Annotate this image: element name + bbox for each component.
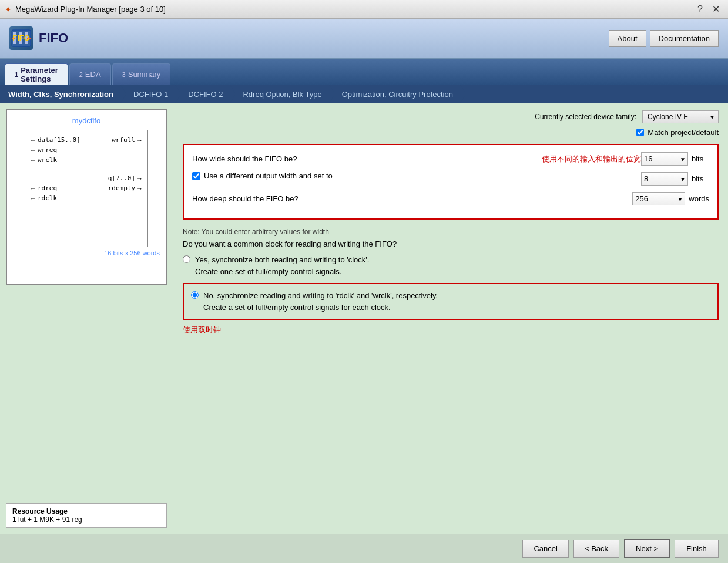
- documentation-button[interactable]: Documentation: [650, 30, 719, 47]
- signal-data: data[15..0]: [38, 136, 80, 144]
- help-button[interactable]: ?: [694, 3, 706, 16]
- right-panel: Currently selected device family: Cyclon…: [173, 103, 728, 534]
- radio-dual-clock-text: No, synchronize reading and writing to '…: [203, 290, 438, 313]
- step3-arrow: [230, 85, 236, 103]
- logo-area: FIFO FIFO: [9, 26, 68, 50]
- dim-info: 16 bits x 256 words: [13, 250, 160, 257]
- tab2-num: 2: [79, 71, 83, 78]
- tab-parameter-settings[interactable]: 1 ParameterSettings: [5, 63, 68, 85]
- device-family-label: Currently selected device family:: [535, 113, 636, 121]
- clock-question: Do you want a common clock for reading a…: [183, 240, 719, 248]
- fifo-settings-section: How wide should the FIFO be? 使用不同的输入和输出的…: [183, 144, 719, 220]
- diff-width-checkbox[interactable]: [192, 172, 200, 180]
- finish-button[interactable]: Finish: [675, 540, 719, 558]
- match-project-label: Match project/default: [648, 128, 719, 137]
- step5-arrow: [460, 85, 466, 103]
- match-project-row: Match project/default: [183, 128, 719, 137]
- step1-arrow: [120, 85, 126, 103]
- annotation-width: 使用不同的输入和输出的位宽: [542, 154, 641, 164]
- fifo-logo-icon: FIFO: [9, 26, 33, 50]
- radio-single-clock[interactable]: [183, 255, 190, 263]
- signal-q-row: q[7..0] →: [30, 174, 143, 182]
- module-title: mydcfifo: [13, 116, 160, 125]
- device-family-row: Currently selected device family: Cyclon…: [183, 110, 719, 123]
- next-button[interactable]: Next >: [624, 539, 670, 558]
- device-family-select[interactable]: Cyclone IV E: [642, 110, 719, 123]
- fifo-width-label: How wide should the FIFO be?: [192, 154, 530, 163]
- note-text: Note: You could enter arbitrary values f…: [183, 228, 719, 236]
- left-panel: mydcfifo ← data[15..0] wrfull →: [0, 103, 173, 534]
- signal-rdreq: rdreq: [38, 184, 57, 192]
- step2-label: DCFIFO 1: [133, 90, 168, 99]
- radio-single-clock-text: Yes, synchronize both reading and writin…: [195, 254, 369, 277]
- fifo-depth-unit: words: [689, 194, 709, 203]
- fifo-width-unit: bits: [692, 154, 709, 163]
- header: FIFO FIFO About Documentation: [0, 19, 728, 59]
- diff-width-unit: bits: [692, 174, 709, 183]
- fifo-depth-controls: 256 512 1024 words: [632, 192, 709, 205]
- fifo-width-select-wrap: 8 16 32 64: [641, 152, 688, 166]
- step-optimization[interactable]: Optimization, Circuitry Protection: [329, 85, 460, 103]
- main-content: mydcfifo ← data[15..0] wrfull →: [0, 103, 728, 534]
- step-dcfifo1[interactable]: DCFIFO 1: [120, 85, 175, 103]
- diff-width-label: Use a different output width and set to: [204, 171, 333, 180]
- step-dcfifo2[interactable]: DCFIFO 2: [175, 85, 230, 103]
- signal-rdreq-row: ← rdreq rdempty →: [30, 184, 143, 192]
- signal-rdclk-row: ← rdclk: [30, 194, 143, 202]
- diff-width-select-wrap: 4 8 16: [641, 172, 688, 186]
- annotation-dual-clock: 使用双时钟: [183, 325, 719, 335]
- signal-rdempty: rdempty: [108, 184, 135, 192]
- step1-label: Width, Clks, Synchronization: [8, 90, 113, 99]
- tab1-label: ParameterSettings: [21, 66, 58, 83]
- step-width-clks[interactable]: Width, Clks, Synchronization: [0, 85, 120, 103]
- diff-width-checkbox-row: Use a different output width and set to: [192, 171, 333, 180]
- diff-width-controls: 4 8 16 bits: [641, 172, 709, 186]
- tabs-row: 1 ParameterSettings 2 EDA 3 Summary: [0, 59, 728, 85]
- tab2-label: EDA: [85, 70, 101, 79]
- signal-wrreq-row: ← wrreq: [30, 146, 143, 154]
- back-button[interactable]: < Back: [573, 540, 619, 558]
- match-project-checkbox[interactable]: [636, 129, 644, 136]
- signal-wrclk: wrclk: [38, 156, 57, 164]
- fifo-width-select[interactable]: 8 16 32 64: [641, 152, 688, 166]
- resource-value: 1 lut + 1 M9K + 91 reg: [12, 515, 160, 524]
- signal-q: q[7..0]: [108, 174, 135, 182]
- module-box: ← data[15..0] wrfull → ← wrreq: [25, 130, 148, 247]
- radio-option-dual-clock-section: No, synchronize reading and writing to '…: [183, 283, 719, 320]
- step2-arrow: [175, 85, 181, 103]
- diff-width-row: Use a different output width and set to …: [192, 171, 709, 186]
- window-title: MegaWizard Plug-In Manager [page 3 of 10…: [15, 5, 166, 14]
- radio-dual-clock[interactable]: [191, 291, 199, 299]
- title-bar: ✦ MegaWizard Plug-In Manager [page 3 of …: [0, 0, 728, 19]
- cancel-button[interactable]: Cancel: [522, 540, 568, 558]
- step4-arrow: [329, 85, 335, 103]
- header-title: FIFO: [39, 31, 68, 46]
- tab1-num: 1: [15, 71, 18, 78]
- tab-summary[interactable]: 3 Summary: [112, 63, 171, 85]
- radio-option-single-clock: Yes, synchronize both reading and writin…: [183, 254, 719, 277]
- about-button[interactable]: About: [609, 30, 646, 47]
- fifo-depth-select-wrap: 256 512 1024: [632, 192, 685, 205]
- signal-wrclk-row: ← wrclk: [30, 156, 143, 164]
- tab3-num: 3: [122, 71, 126, 78]
- steps-bar: Width, Clks, Synchronization DCFIFO 1 DC…: [0, 85, 728, 103]
- device-family-select-wrapper: Cyclone IV E: [642, 110, 719, 123]
- fifo-depth-select[interactable]: 256 512 1024: [632, 192, 685, 205]
- fifo-width-controls: 8 16 32 64 bits: [641, 152, 709, 166]
- step-rdreq[interactable]: Rdreq Option, Blk Type: [230, 85, 328, 103]
- tab3-label: Summary: [128, 70, 161, 79]
- diff-width-select[interactable]: 4 8 16: [641, 172, 688, 186]
- resource-title: Resource Usage: [12, 507, 160, 515]
- close-button[interactable]: ✕: [709, 2, 723, 16]
- signal-wrfull: wrfull: [112, 136, 135, 144]
- fifo-depth-row: How deep should the FIFO be? 256 512 102…: [192, 192, 709, 205]
- signal-data-row: ← data[15..0] wrfull →: [30, 136, 143, 144]
- app-icon: ✦: [5, 5, 12, 14]
- step5-label: Optimization, Circuitry Protection: [342, 90, 453, 99]
- signal-wrreq: wrreq: [38, 146, 57, 154]
- fifo-width-row: How wide should the FIFO be? 使用不同的输入和输出的…: [192, 152, 709, 166]
- step4-label: Rdreq Option, Blk Type: [243, 90, 321, 99]
- fifo-depth-label: How deep should the FIFO be?: [192, 194, 632, 203]
- resource-box: Resource Usage 1 lut + 1 M9K + 91 reg: [6, 503, 167, 528]
- tab-eda[interactable]: 2 EDA: [69, 63, 111, 85]
